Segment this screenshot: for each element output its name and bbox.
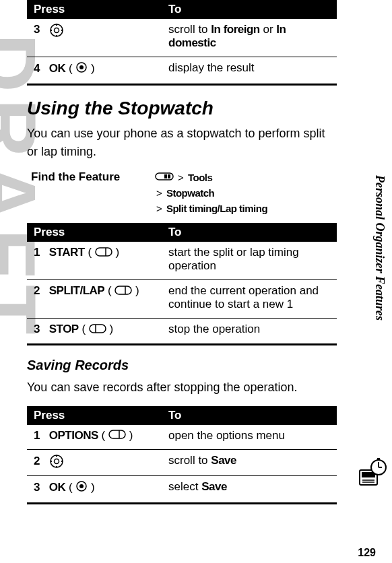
find-the-feature: Find the Feature > Tools > Stopwatch > S… (27, 170, 333, 216)
svg-rect-9 (164, 174, 167, 178)
cell-bold: In foreign (211, 23, 259, 36)
svg-rect-15 (90, 325, 106, 333)
table-row: 2 scroll to Save (27, 450, 337, 476)
instruction-table-2: Press To 1 START ( ) start the split or … (27, 223, 337, 345)
table-header-press: Press (27, 406, 162, 425)
table-row: 4 OK ( ) display the result (27, 57, 337, 85)
svg-point-7 (79, 65, 84, 69)
paren-close: ) (91, 481, 95, 494)
side-chapter-label: Personal Organizer Features (372, 175, 387, 321)
paren-open: ( (81, 323, 86, 335)
svg-point-1 (54, 28, 59, 33)
breadcrumb-separator: > (156, 203, 162, 214)
instruction-table-3: Press To 1 OPTIONS ( ) open the options … (27, 406, 337, 505)
svg-point-19 (51, 455, 63, 467)
section-heading: Using the Stopwatch (27, 98, 333, 119)
svg-rect-10 (168, 174, 170, 178)
soft-key-icon (89, 323, 106, 337)
step-number: 1 (34, 429, 46, 442)
cell-text: start the split or lap timing operation (162, 242, 337, 280)
svg-point-0 (51, 24, 63, 36)
sub-intro-text: You can save records after stopping the … (27, 378, 333, 397)
paren-open: ( (88, 246, 92, 259)
find-path: > Tools > Stopwatch > Split timing/Lap t… (155, 170, 267, 216)
paren-close: ) (116, 246, 120, 259)
cell-text: open the options menu (162, 425, 337, 450)
cell-bold: Save (211, 454, 236, 467)
menu-key-icon (155, 171, 174, 187)
paren-open: ( (69, 62, 73, 75)
table-row: 1 OPTIONS ( ) open the options menu (27, 425, 337, 450)
intro-text: You can use your phone as a stopwatch to… (27, 125, 333, 161)
stopwatch-graphic-icon (357, 458, 388, 492)
table-header-to: To (162, 223, 337, 242)
key-label: SPLIT/LAP (49, 284, 104, 297)
table-header-press: Press (27, 223, 162, 242)
key-label: START (49, 246, 85, 259)
table-row: 3 OK ( ) select Save (27, 476, 337, 504)
paren-close: ) (91, 62, 95, 75)
svg-point-24 (61, 461, 63, 462)
svg-point-23 (51, 461, 52, 462)
paren-close: ) (110, 323, 114, 335)
step-number: 2 (34, 455, 46, 468)
find-label: Find the Feature (27, 170, 155, 184)
soft-key-icon (95, 246, 112, 260)
paren-open: ( (101, 429, 105, 442)
cell-text: scroll to (168, 23, 211, 36)
center-key-icon (75, 61, 88, 77)
step-number: 2 (34, 284, 46, 298)
step-number: 3 (34, 23, 46, 36)
breadcrumb-separator: > (178, 172, 184, 183)
svg-rect-17 (109, 430, 125, 438)
step-number: 4 (34, 62, 46, 75)
cell-text: or (260, 23, 277, 36)
paren-close: ) (135, 284, 139, 297)
table-row: 2 SPLIT/LAP ( ) end the current operatio… (27, 280, 337, 319)
menu-path-item: Split timing/Lap timing (166, 203, 267, 214)
table-header-press: Press (27, 0, 162, 19)
svg-point-20 (54, 459, 59, 464)
step-number: 3 (34, 323, 46, 336)
paren-close: ) (129, 429, 133, 442)
cell-text: display the result (162, 57, 337, 85)
key-label: OK (49, 62, 66, 75)
cell-text: select (168, 480, 201, 493)
svg-point-5 (61, 30, 63, 31)
svg-point-2 (56, 24, 57, 26)
center-key-icon (75, 480, 88, 496)
cell-bold: Save (201, 480, 227, 493)
key-label: STOP (49, 323, 79, 335)
soft-key-icon (108, 429, 126, 442)
subsection-heading: Saving Records (27, 358, 333, 373)
cell-text: stop the operation (162, 319, 337, 345)
paren-open: ( (108, 284, 112, 297)
nav-key-icon (49, 23, 64, 38)
svg-rect-34 (377, 458, 380, 461)
svg-point-21 (56, 455, 57, 457)
svg-point-22 (56, 466, 57, 467)
page-number: 129 (358, 547, 376, 559)
nav-key-icon (49, 454, 64, 469)
step-number: 3 (34, 481, 46, 494)
cell-text: scroll to (168, 454, 211, 467)
step-number: 1 (34, 246, 46, 259)
key-label: OPTIONS (49, 429, 98, 442)
cell-text: end the current operation and continue t… (162, 280, 337, 319)
svg-point-4 (51, 30, 52, 31)
key-label: OK (49, 481, 66, 494)
table-row: 3 scroll to In foreign or In domestic (27, 19, 337, 57)
table-header-to: To (162, 406, 337, 425)
menu-path-item: Tools (188, 172, 212, 183)
svg-point-3 (56, 35, 57, 36)
menu-path-item: Stopwatch (166, 187, 214, 199)
paren-open: ( (69, 481, 73, 494)
soft-key-icon (115, 285, 132, 298)
svg-rect-13 (115, 286, 131, 294)
table-row: 1 START ( ) start the split or lap timin… (27, 242, 337, 280)
instruction-table-1: Press To 3 scroll to In foreign or In do… (27, 0, 337, 86)
table-header-to: To (162, 0, 337, 19)
svg-rect-11 (96, 248, 112, 256)
svg-point-26 (79, 484, 84, 488)
breadcrumb-separator: > (156, 187, 162, 199)
